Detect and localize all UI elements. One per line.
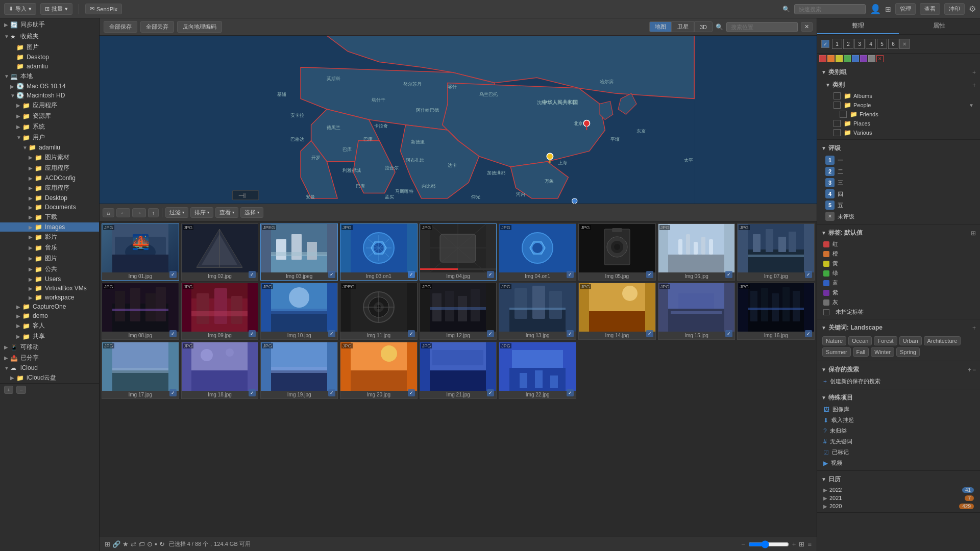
table-row[interactable]: JPG ✓ Img 22.jpg bbox=[499, 342, 576, 399]
square-icon[interactable]: ▪ bbox=[155, 540, 157, 548]
sidebar-item-system[interactable]: ▶ 📁 系统 bbox=[0, 121, 99, 132]
places-check[interactable] bbox=[834, 120, 841, 127]
save-all-button[interactable]: 全部保存 bbox=[104, 21, 137, 33]
table-row[interactable]: JPG ✓ Img 19.jpg bbox=[260, 342, 338, 399]
sidebar-item-library[interactable]: ▶ 📁 资源库 bbox=[0, 111, 99, 121]
sidebar-item-adamliu-fav[interactable]: 📁 adamliu bbox=[0, 62, 99, 71]
categories-header[interactable]: ▼ 类别 + bbox=[825, 79, 976, 91]
sidebar-item-share[interactable]: ▶ 📤 已分享 bbox=[0, 353, 99, 363]
table-row[interactable]: JPEG ✓ Img 11.jpg bbox=[340, 283, 418, 340]
sidebar-item-sync[interactable]: ▶ 🔄 同步助手 bbox=[0, 19, 99, 30]
keyword-spring[interactable]: Spring bbox=[896, 347, 920, 357]
rating-2[interactable]: 2 二 bbox=[821, 166, 976, 177]
color-swatch-blue[interactable] bbox=[852, 55, 859, 62]
zoom-in-icon[interactable]: + bbox=[792, 540, 796, 548]
table-row[interactable]: JPG ✓ Img 04.on1 bbox=[499, 223, 576, 281]
settings-icon[interactable]: ⚙ bbox=[969, 4, 976, 14]
sidebar-item-desktop2[interactable]: ▶ 📁 Desktop bbox=[0, 193, 99, 203]
special-image-library[interactable]: 🖼 图像库 bbox=[821, 404, 976, 415]
sidebar-item-guests[interactable]: ▶ 📁 客人 bbox=[0, 320, 99, 331]
color-swatch-clear[interactable]: ✕ bbox=[876, 55, 884, 62]
sidebar-item-movies[interactable]: ▶ 📁 影片 bbox=[0, 232, 99, 242]
sidebar-item-pictures[interactable]: 📁 图片 bbox=[0, 42, 99, 53]
category-group-header[interactable]: ▼ 类别组 + bbox=[821, 66, 976, 79]
table-row[interactable]: JPG ✓ Img 05.jpg bbox=[578, 223, 656, 281]
keyword-fall[interactable]: Fall bbox=[853, 347, 869, 357]
keyword-summer[interactable]: Summer bbox=[822, 347, 851, 357]
sidebar-item-demo[interactable]: ▶ 📁 demo bbox=[0, 311, 99, 320]
tab-3d[interactable]: 3D bbox=[694, 21, 713, 32]
sidebar-item-icloud[interactable]: ▼ ☁ iCloud bbox=[0, 363, 99, 372]
special-items-header[interactable]: ▼ 特殊项目 bbox=[821, 391, 976, 404]
num-sq-x[interactable]: ✕ bbox=[899, 39, 910, 49]
special-marked[interactable]: ☑ 已标记 bbox=[821, 447, 976, 458]
calendar-header[interactable]: ▼ 日历 bbox=[821, 473, 976, 486]
label-unassigned[interactable]: 未指定标签 bbox=[821, 307, 976, 317]
category-people[interactable]: 📁 People ▼ bbox=[825, 101, 976, 110]
rating-3[interactable]: 3 三 bbox=[821, 177, 976, 188]
label-orange[interactable]: 橙 bbox=[821, 249, 976, 259]
sidebar-item-shared[interactable]: ▶ 📁 共享 bbox=[0, 331, 99, 342]
circle-icon[interactable]: ⊙ bbox=[147, 540, 153, 548]
sidebar-item-icloud-drive[interactable]: ▶ 📁 iCloud云盘 bbox=[0, 372, 99, 383]
tag-icon[interactable]: 🏷 bbox=[138, 540, 145, 548]
special-no-keywords[interactable]: # 无关键词 bbox=[821, 436, 976, 447]
list-view-icon[interactable]: ≡ bbox=[807, 540, 812, 548]
manage-button[interactable]: 管理 bbox=[895, 3, 916, 15]
num-sq-3[interactable]: 3 bbox=[854, 39, 865, 49]
label-purple[interactable]: 紫 bbox=[821, 288, 976, 297]
keyword-ocean[interactable]: Ocean bbox=[848, 336, 872, 345]
sidebar-item-acdconfig[interactable]: ▶ 📁 ACDConfig bbox=[0, 173, 99, 183]
select-button[interactable]: 选择 ▾ bbox=[240, 207, 263, 218]
saved-searches-add-button[interactable]: + bbox=[968, 366, 971, 373]
filter-button[interactable]: 过滤 ▾ bbox=[165, 207, 188, 218]
sidebar-item-macos[interactable]: ▶ 💽 Mac OS 10.14 bbox=[0, 82, 99, 91]
num-sq-4[interactable]: 4 bbox=[866, 39, 876, 49]
rotate-icon[interactable]: ↻ bbox=[159, 540, 165, 548]
table-row[interactable]: JPG ✓ Img 12.jpg bbox=[420, 283, 497, 340]
rating-unrated[interactable]: ✕ 未评级 bbox=[821, 211, 976, 222]
sort-button[interactable]: 排序 ▾ bbox=[190, 207, 213, 218]
view-button[interactable]: 查看 bbox=[920, 3, 940, 15]
label-red[interactable]: 红 bbox=[821, 239, 976, 249]
table-row[interactable]: JPG 🌉 ✓ Img 01.jpg bbox=[102, 223, 179, 281]
keyword-urban[interactable]: Urban bbox=[899, 336, 922, 345]
color-swatch-green[interactable] bbox=[844, 55, 851, 62]
unassigned-check[interactable] bbox=[823, 309, 829, 315]
sidebar-item-apps2[interactable]: ▶ 📁 应用程序 bbox=[0, 163, 99, 173]
link-icon[interactable]: 🔗 bbox=[112, 540, 120, 548]
forward-button[interactable]: → bbox=[132, 208, 146, 217]
category-places[interactable]: 📁 Places bbox=[825, 119, 976, 128]
map-search-clear-button[interactable]: ✕ bbox=[801, 22, 813, 32]
sidebar-item-documents[interactable]: ▶ 📁 Documents bbox=[0, 203, 99, 212]
albums-check[interactable] bbox=[834, 92, 841, 99]
sidebar-add-button[interactable]: + bbox=[4, 386, 13, 394]
num-sq-1[interactable]: 1 bbox=[832, 39, 842, 49]
import-button[interactable]: ⬇ 导入 ▾ bbox=[4, 3, 36, 15]
keyword-winter[interactable]: Winter bbox=[871, 347, 894, 357]
table-row[interactable]: JPG ✓ Img 06.jpg bbox=[658, 223, 736, 281]
rating-4[interactable]: 4 四 bbox=[821, 188, 976, 199]
add-bottom-icon[interactable]: ⊞ bbox=[105, 540, 110, 548]
sidebar-item-mobile[interactable]: ▶ 📱 可移动 bbox=[0, 342, 99, 353]
num-sq-2[interactable]: 2 bbox=[843, 39, 853, 49]
year-2022[interactable]: ▶ 2022 41 bbox=[821, 486, 976, 494]
sidebar-item-local-header[interactable]: ▼ 💻 本地 bbox=[0, 71, 99, 82]
year-2021[interactable]: ▶ 2021 7 bbox=[821, 494, 976, 502]
ratings-header[interactable]: ▼ 评级 bbox=[821, 142, 976, 155]
table-row[interactable]: JPG ✓ Img 02.jpg bbox=[181, 223, 259, 281]
tab-organize[interactable]: 整理 bbox=[817, 18, 899, 34]
table-row[interactable]: JPG ✓ Img 08.jpg bbox=[102, 283, 179, 340]
sidebar-item-users[interactable]: ▼ 📁 用户 bbox=[0, 132, 99, 143]
zoom-out-icon[interactable]: − bbox=[741, 540, 745, 548]
move-icon[interactable]: ⇄ bbox=[131, 540, 136, 548]
table-row[interactable]: JPG ✓ Img 15.jpg bbox=[658, 283, 736, 340]
keywords-header[interactable]: ▼ 关键词: Landscape + bbox=[821, 321, 976, 334]
table-row[interactable]: JPG ✓ Img 17.jpg bbox=[102, 342, 179, 399]
back-button[interactable]: ← bbox=[116, 208, 130, 217]
special-video[interactable]: ▶ 视频 bbox=[821, 458, 976, 468]
saved-searches-remove-button[interactable]: − bbox=[972, 366, 976, 373]
sidebar-item-workspace[interactable]: ▶ 📁 workspace bbox=[0, 293, 99, 302]
table-row[interactable]: JPG ✓ Img 20.jpg bbox=[340, 342, 418, 399]
label-gray[interactable]: 灰 bbox=[821, 297, 976, 307]
